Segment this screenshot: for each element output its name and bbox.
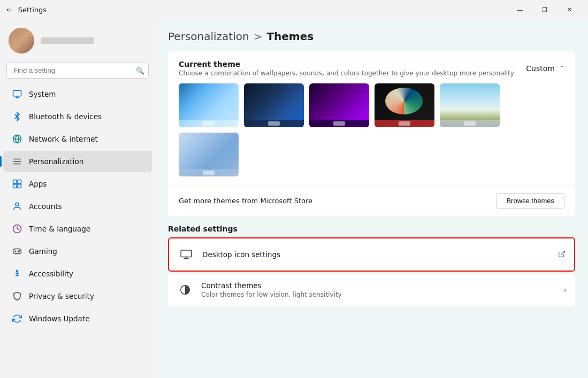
sidebar-item-privacy[interactable]: Privacy & security (3, 286, 152, 307)
maximize-button[interactable]: ❐ (532, 1, 557, 18)
sidebar-item-label: Privacy & security (29, 292, 94, 300)
svg-line-21 (561, 251, 564, 254)
theme-taskbar-1 (179, 120, 239, 127)
avatar (9, 28, 34, 53)
taskbar-pill-3 (333, 121, 345, 126)
close-button[interactable]: ✕ (557, 1, 582, 18)
ms-store-text: Get more themes from Microsoft Store (179, 197, 312, 205)
svg-rect-0 (13, 90, 21, 96)
time-icon (12, 223, 22, 234)
current-theme-value[interactable]: Custom ⌃ (526, 64, 564, 73)
sidebar-item-label: Apps (29, 180, 47, 188)
apps-icon (12, 179, 22, 189)
profile-name (41, 37, 94, 44)
avatar-image (9, 28, 34, 53)
theme-overlay-4 (385, 88, 423, 114)
sidebar-item-update[interactable]: Windows Update (3, 308, 152, 329)
chevron-up-icon: ⌃ (559, 65, 564, 72)
title-bar-controls: — ❐ ✕ (508, 1, 582, 18)
personalization-icon (12, 156, 22, 167)
sidebar-item-accounts[interactable]: Accounts (3, 196, 152, 217)
sidebar-item-gaming[interactable]: Gaming (3, 241, 152, 262)
theme-thumbnail-1[interactable] (179, 83, 239, 127)
theme-taskbar-6 (179, 169, 239, 176)
accessibility-icon (12, 268, 22, 279)
gaming-icon (12, 246, 22, 257)
sidebar-item-label: Windows Update (29, 314, 89, 323)
current-theme-info: Current theme Choose a combination of wa… (179, 60, 514, 77)
app-body: 🔍 System Bluetooth & devices Network & i… (0, 19, 588, 378)
breadcrumb-current: Themes (266, 30, 314, 43)
sidebar-item-system[interactable]: System (3, 83, 152, 105)
sidebar-item-label: System (29, 90, 56, 98)
svg-point-17 (17, 270, 18, 272)
svg-rect-8 (13, 180, 17, 184)
sidebar-item-label: Personalization (29, 157, 83, 166)
sidebar-item-personalization[interactable]: Personalization (3, 151, 152, 172)
minimize-button[interactable]: — (508, 1, 532, 18)
current-theme-title: Current theme (179, 60, 514, 68)
contrast-themes-icon (177, 281, 194, 298)
search-icon: 🔍 (136, 66, 144, 74)
taskbar-pill-4 (399, 121, 410, 126)
theme-thumbnail-4[interactable] (375, 83, 434, 127)
taskbar-pill-5 (464, 121, 476, 126)
privacy-icon (12, 291, 22, 302)
theme-thumbnail-5[interactable] (440, 83, 500, 127)
contrast-themes-desc: Color themes for low vision, light sensi… (201, 291, 563, 298)
svg-rect-14 (13, 249, 21, 254)
theme-taskbar-2 (244, 120, 304, 127)
update-icon (12, 313, 22, 324)
sidebar: 🔍 System Bluetooth & devices Network & i… (0, 19, 155, 378)
contrast-themes-title: Contrast themes (201, 281, 563, 290)
system-icon (12, 89, 22, 99)
theme-taskbar-5 (440, 120, 500, 127)
sidebar-item-label: Accounts (29, 202, 62, 211)
sidebar-item-network[interactable]: Network & internet (3, 128, 152, 150)
taskbar-pill-6 (203, 171, 215, 175)
sidebar-item-label: Gaming (29, 247, 57, 256)
sidebar-item-bluetooth[interactable]: Bluetooth & devices (3, 106, 152, 127)
current-theme-description: Choose a combination of wallpapers, soun… (179, 70, 514, 77)
current-theme-header: Current theme Choose a combination of wa… (168, 51, 575, 83)
search-input[interactable] (6, 62, 149, 79)
external-link-icon (558, 250, 566, 259)
desktop-icon-icon (178, 246, 195, 263)
current-theme-card: Current theme Choose a combination of wa… (168, 51, 575, 216)
sidebar-item-label: Bluetooth & devices (29, 112, 102, 121)
search-box: 🔍 (6, 62, 149, 79)
svg-point-16 (18, 251, 19, 252)
theme-thumbnail-3[interactable] (309, 83, 369, 127)
theme-thumbnail-2[interactable] (244, 83, 304, 127)
sidebar-item-time[interactable]: Time & language (3, 218, 152, 240)
desktop-icon-settings-item[interactable]: Desktop icon settings (168, 237, 575, 272)
sidebar-item-label: Network & internet (29, 135, 98, 143)
breadcrumb-parent: Personalization (168, 30, 249, 43)
theme-thumbnail-6[interactable] (179, 133, 239, 176)
accounts-icon (12, 201, 22, 212)
themes-grid (168, 83, 575, 185)
taskbar-pill-1 (203, 121, 215, 126)
contrast-themes-content: Contrast themes Color themes for low vis… (201, 281, 563, 298)
network-icon (12, 134, 22, 144)
svg-rect-18 (181, 250, 192, 257)
related-settings-title: Related settings (168, 225, 575, 233)
svg-rect-11 (18, 184, 21, 188)
related-settings-section: Related settings Desktop icon settings (168, 225, 575, 306)
taskbar-pill-2 (268, 121, 280, 126)
svg-rect-10 (13, 184, 17, 188)
title-bar-left: ← Settings (6, 5, 47, 14)
sidebar-item-apps[interactable]: Apps (3, 173, 152, 195)
svg-rect-9 (18, 180, 21, 184)
sidebar-profile (0, 19, 155, 60)
back-icon[interactable]: ← (6, 5, 13, 14)
title-bar: ← Settings — ❐ ✕ (0, 0, 588, 19)
theme-taskbar-4 (375, 120, 434, 127)
contrast-themes-item[interactable]: Contrast themes Color themes for low vis… (168, 274, 575, 306)
sidebar-item-accessibility[interactable]: Accessibility (3, 263, 152, 284)
sidebar-item-label: Accessibility (29, 269, 73, 278)
browse-themes-button[interactable]: Browse themes (496, 193, 564, 209)
desktop-icon-settings-content: Desktop icon settings (202, 250, 558, 259)
main-content: Personalization > Themes Current theme C… (155, 19, 588, 378)
window-title: Settings (18, 6, 47, 14)
